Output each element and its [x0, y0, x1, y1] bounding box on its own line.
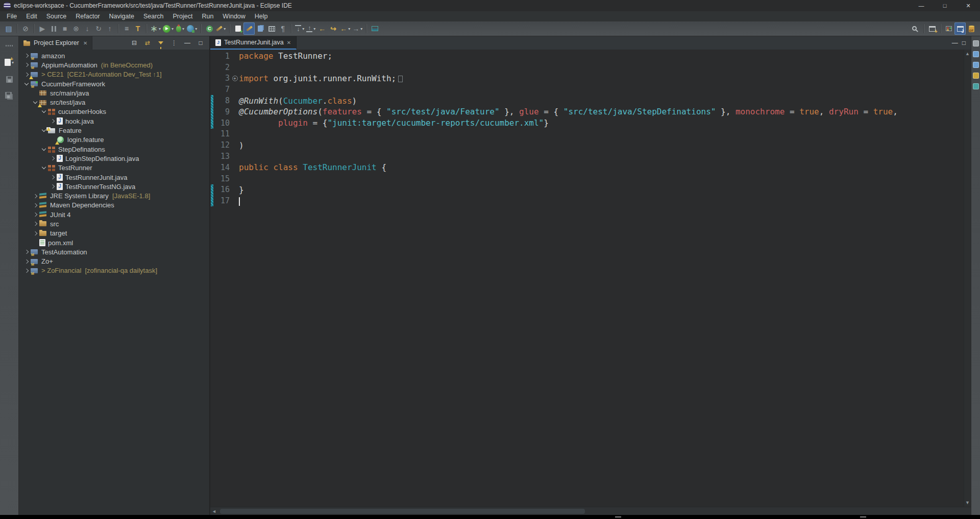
- tree-item-testrunnerjunit-java[interactable]: TestRunnerJunit.java: [19, 173, 209, 182]
- menu-navigate[interactable]: Navigate: [105, 12, 139, 21]
- chevron-collapsed-icon[interactable]: [51, 175, 55, 179]
- tree-item-jre-system-library[interactable]: JRE System Library[JavaSE-1.8]: [19, 191, 209, 200]
- menu-run[interactable]: Run: [197, 12, 218, 21]
- code-line-2[interactable]: 2: [210, 62, 964, 73]
- profile-icon[interactable]: ▾: [186, 22, 198, 35]
- menu-window[interactable]: Window: [218, 12, 250, 21]
- menu-source[interactable]: Source: [42, 12, 71, 21]
- coverage-icon-dropdown[interactable]: ▾: [159, 27, 161, 31]
- terminate-icon[interactable]: ■: [59, 22, 70, 35]
- tree-item-cucumberframework[interactable]: CucumberFramework: [19, 79, 209, 88]
- run-icon-dropdown[interactable]: ▾: [172, 27, 174, 31]
- view-menu-icon[interactable]: ⋮: [168, 37, 180, 49]
- scroll-down-icon[interactable]: ▼: [965, 499, 970, 507]
- code-line-12[interactable]: 12): [210, 139, 964, 151]
- back-icon[interactable]: ←▾: [339, 22, 351, 35]
- code-line-9[interactable]: 9@CucumberOptions(features = { "src/test…: [210, 106, 964, 117]
- tree-item-zo[interactable]: Zo+: [19, 257, 209, 266]
- tree-item-maven-dependencies[interactable]: Maven Dependencies: [19, 201, 209, 210]
- chevron-collapsed-icon[interactable]: [33, 213, 37, 217]
- forward-icon-dropdown[interactable]: ▾: [360, 27, 362, 31]
- collapse-all-icon[interactable]: ⊟: [129, 37, 140, 49]
- tree-item-testautomation[interactable]: TestAutomation: [19, 247, 209, 256]
- code-line-11[interactable]: 11: [210, 129, 964, 140]
- tree-item-src-test-java[interactable]: src/test/java: [19, 98, 209, 107]
- new-wizard-icon[interactable]: ▾: [4, 56, 15, 68]
- debug-icon-dropdown[interactable]: ▾: [182, 27, 184, 31]
- show-view-icon[interactable]: [266, 22, 277, 35]
- suspend-icon[interactable]: [48, 22, 59, 35]
- fold-marker[interactable]: +: [231, 76, 239, 81]
- filter-icon[interactable]: [155, 37, 166, 49]
- menu-edit[interactable]: Edit: [21, 12, 42, 21]
- chevron-expanded-icon[interactable]: [42, 109, 46, 113]
- open-perspective-icon[interactable]: [926, 22, 938, 35]
- minimized-view-icon-4[interactable]: [973, 83, 979, 89]
- chevron-collapsed-icon[interactable]: [24, 269, 29, 273]
- horizontal-scroll-thumb[interactable]: [220, 509, 585, 514]
- forward-icon[interactable]: →▾: [351, 22, 363, 35]
- save-icon[interactable]: [4, 73, 15, 85]
- scroll-left-icon[interactable]: ◄: [210, 509, 218, 514]
- previous-annotation-icon[interactable]: ▾: [305, 22, 316, 35]
- tree-item-cucumberhooks[interactable]: cucumberHooks: [19, 107, 209, 116]
- minimized-view-icon-3[interactable]: [973, 73, 979, 79]
- step-over-icon[interactable]: ↻: [93, 22, 104, 35]
- code-line-17[interactable]: 17: [210, 195, 964, 206]
- chevron-collapsed-icon[interactable]: [33, 222, 37, 226]
- tree-item-target[interactable]: target: [19, 229, 209, 238]
- code-line-14[interactable]: 14public class TestRunnerJunit {: [210, 162, 964, 173]
- tree-item-loginstepdefination-java[interactable]: LoginStepDefination.java: [19, 154, 209, 163]
- back-icon-dropdown[interactable]: ▾: [348, 27, 350, 31]
- run-icon[interactable]: ▾: [162, 22, 175, 35]
- menu-file[interactable]: File: [2, 12, 21, 21]
- chevron-collapsed-icon[interactable]: [24, 54, 29, 58]
- run-last-tool-icon[interactable]: T: [132, 22, 143, 35]
- chevron-expanded-icon[interactable]: [24, 81, 29, 85]
- fold-plus-icon[interactable]: +: [232, 76, 238, 81]
- resume-icon[interactable]: ▶: [37, 22, 48, 35]
- code-line-10[interactable]: 10 plugin = {"junit:target/cucumber-repo…: [210, 117, 964, 129]
- next-annotation-icon[interactable]: ▾: [294, 22, 305, 35]
- java-perspective-icon[interactable]: [954, 22, 966, 35]
- chevron-collapsed-icon[interactable]: [33, 203, 37, 207]
- close-window-button[interactable]: ✕: [957, 0, 980, 11]
- chevron-collapsed-icon[interactable]: [24, 63, 29, 67]
- git-perspective-icon[interactable]: [966, 22, 977, 35]
- last-edit-location-icon[interactable]: ←: [316, 22, 328, 35]
- tree-item-src-main-java[interactable]: src/main/java: [19, 88, 209, 98]
- java-search-icon-dropdown[interactable]: ▾: [224, 27, 226, 31]
- chevron-collapsed-icon[interactable]: [24, 250, 29, 254]
- restore-views-icon[interactable]: [973, 40, 979, 46]
- chevron-collapsed-icon[interactable]: [33, 194, 37, 198]
- pin-editor-icon[interactable]: [369, 22, 380, 35]
- chevron-collapsed-icon[interactable]: [24, 72, 29, 76]
- chevron-collapsed-icon[interactable]: [51, 184, 55, 188]
- next-annotation-icon-dropdown[interactable]: ▾: [302, 27, 304, 31]
- tree-item-appiumautomation[interactable]: AppiumAutomation(in BeneOccmed): [19, 60, 209, 69]
- debug-perspective-icon[interactable]: [943, 22, 954, 35]
- link-with-editor-icon[interactable]: ⇄: [142, 37, 153, 49]
- tree-item-login-feature[interactable]: login.feature: [19, 135, 209, 145]
- close-project-explorer-icon[interactable]: ✕: [83, 40, 87, 46]
- minimized-view-icon-2[interactable]: [973, 62, 979, 68]
- tree-item-stepdefinations[interactable]: StepDefinations: [19, 145, 209, 154]
- debug-icon[interactable]: ▾: [175, 22, 186, 35]
- code-line-3[interactable]: 3+import org.junit.runner.RunWith;: [210, 73, 964, 84]
- code-editor[interactable]: 1package TestRunner;23+import org.junit.…: [210, 50, 964, 507]
- open-task-icon[interactable]: [232, 22, 243, 35]
- tab-testrunnerjunit-java[interactable]: TestRunnerJunit.java ✕: [210, 36, 297, 50]
- close-tab-icon[interactable]: ✕: [287, 40, 291, 45]
- chevron-collapsed-icon[interactable]: [51, 119, 55, 123]
- chevron-collapsed-icon[interactable]: [51, 156, 55, 160]
- maximize-window-button[interactable]: □: [933, 0, 957, 11]
- coverage-icon[interactable]: ∗▾: [149, 22, 162, 35]
- open-console-icon[interactable]: ▤: [3, 22, 14, 35]
- maximize-view-icon[interactable]: □: [195, 37, 206, 49]
- maximize-editor-icon[interactable]: □: [962, 40, 966, 46]
- skip-all-breakpoints-icon[interactable]: ⊘: [20, 22, 31, 35]
- show-whitespace-icon[interactable]: ¶: [277, 22, 288, 35]
- previous-edit-location-icon[interactable]: ↪: [328, 22, 339, 35]
- minimize-view-icon[interactable]: —: [182, 37, 193, 49]
- previous-annotation-icon-dropdown[interactable]: ▾: [313, 27, 315, 31]
